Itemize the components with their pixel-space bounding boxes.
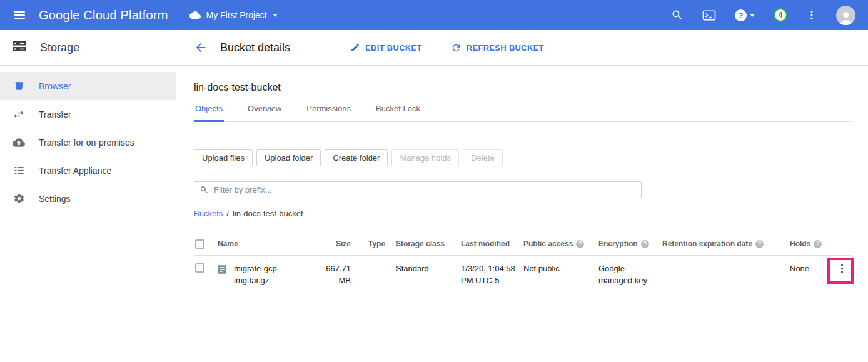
breadcrumb-buckets-link[interactable]: Buckets bbox=[194, 209, 223, 218]
row-size: 667.71 MB bbox=[321, 256, 358, 287]
project-selector[interactable]: My First Project bbox=[189, 9, 278, 21]
filter-box bbox=[194, 181, 642, 198]
main-column: Bucket details EDIT BUCKET REFRESH BUCKE… bbox=[176, 30, 868, 362]
header-checkbox-cell bbox=[194, 239, 216, 249]
breadcrumb-current: lin-docs-test-bucket bbox=[233, 209, 303, 218]
gear-icon bbox=[13, 193, 25, 205]
project-name: My First Project bbox=[206, 10, 267, 20]
row-checkbox-cell bbox=[194, 256, 216, 276]
sidebar-header: Storage bbox=[0, 30, 176, 66]
tab-objects[interactable]: Objects bbox=[194, 104, 224, 122]
menu-icon[interactable] bbox=[0, 0, 39, 30]
object-name-link[interactable]: migrate-gcp-img.tar.gz bbox=[234, 263, 313, 287]
sidebar-nav: Browser Transfer Transfer for on-premise… bbox=[0, 66, 176, 213]
help-icon[interactable] bbox=[576, 240, 584, 248]
tab-permissions[interactable]: Permissions bbox=[305, 104, 352, 122]
appliance-icon bbox=[13, 164, 25, 177]
select-all-checkbox[interactable] bbox=[195, 239, 204, 249]
page-header: Bucket details EDIT BUCKET REFRESH BUCKE… bbox=[176, 30, 868, 66]
table-row[interactable]: migrate-gcp-img.tar.gz 667.71 MB — Stand… bbox=[194, 256, 852, 309]
col-storage-class: Storage class bbox=[396, 239, 461, 249]
more-vert-icon[interactable] bbox=[806, 9, 817, 21]
row-encryption: Google-managed key bbox=[598, 256, 662, 287]
help-menu[interactable] bbox=[735, 9, 755, 21]
topbar: Google Cloud Platform My First Project 4 bbox=[0, 0, 868, 30]
avatar[interactable] bbox=[836, 6, 855, 25]
page-title: Bucket details bbox=[220, 41, 290, 54]
tab-overview[interactable]: Overview bbox=[246, 104, 283, 122]
tab-label: Bucket Lock bbox=[376, 104, 420, 113]
edit-bucket-label: EDIT BUCKET bbox=[365, 43, 422, 53]
row-retention-expiration-date: – bbox=[662, 256, 790, 275]
filter-input[interactable] bbox=[214, 185, 636, 194]
row-holds: None bbox=[790, 256, 830, 275]
col-size: Size bbox=[321, 239, 358, 249]
sidebar-title: Storage bbox=[40, 41, 79, 54]
sidebar-item-label: Transfer for on-premises bbox=[39, 138, 134, 148]
app-body: Storage Browser Transfer Transfer for on… bbox=[0, 30, 868, 362]
storage-product-icon bbox=[11, 38, 28, 58]
help-icon[interactable] bbox=[755, 240, 764, 248]
sidebar-item-label: Settings bbox=[39, 194, 71, 204]
search-icon bbox=[199, 185, 209, 194]
refresh-bucket-button[interactable]: REFRESH BUCKET bbox=[451, 43, 544, 53]
tab-label: Permissions bbox=[306, 104, 351, 113]
row-more-vert-icon[interactable] bbox=[835, 261, 849, 276]
create-folder-button[interactable]: Create folder bbox=[325, 149, 388, 166]
refresh-icon bbox=[451, 43, 462, 53]
tab-bar: Objects Overview Permissions Bucket Lock bbox=[194, 104, 852, 122]
file-icon bbox=[216, 264, 228, 275]
main-content: lin-docs-test-bucket Objects Overview Pe… bbox=[176, 66, 868, 362]
objects-table: Name Size Type Storage class Last modifi… bbox=[194, 233, 852, 309]
col-public-access: Public access bbox=[523, 239, 598, 249]
sidebar-item-transfer-appliance[interactable]: Transfer Appliance bbox=[0, 156, 176, 184]
tab-label: Overview bbox=[248, 104, 281, 113]
sidebar-item-settings[interactable]: Settings bbox=[0, 184, 176, 213]
bucket-icon bbox=[13, 80, 25, 93]
breadcrumb: Buckets / lin-docs-test-bucket bbox=[194, 209, 852, 218]
col-name: Name bbox=[216, 239, 321, 249]
swap-arrows-icon bbox=[13, 108, 25, 121]
help-icon[interactable] bbox=[814, 240, 822, 248]
row-last-modified: 1/3/20, 1:04:58 PM UTC-5 bbox=[461, 256, 523, 287]
edit-bucket-button[interactable]: EDIT BUCKET bbox=[350, 43, 422, 53]
sidebar: Storage Browser Transfer Transfer for on… bbox=[0, 30, 176, 362]
sidebar-item-browser[interactable]: Browser bbox=[0, 72, 176, 100]
object-actions: Upload files Upload folder Create folder… bbox=[194, 149, 852, 166]
topbar-actions: 4 bbox=[671, 6, 868, 25]
sidebar-item-transfer-on-premises[interactable]: Transfer for on-premises bbox=[0, 128, 176, 156]
sidebar-item-label: Transfer Appliance bbox=[39, 166, 111, 176]
tab-label: Objects bbox=[195, 104, 223, 113]
chevron-down-icon bbox=[750, 14, 755, 17]
bucket-name-heading: lin-docs-test-bucket bbox=[194, 82, 852, 93]
brand-title[interactable]: Google Cloud Platform bbox=[39, 8, 168, 23]
refresh-bucket-label: REFRESH BUCKET bbox=[467, 43, 544, 53]
row-type: — bbox=[358, 256, 396, 275]
upload-folder-button[interactable]: Upload folder bbox=[256, 149, 321, 166]
manage-holds-button: Manage holds bbox=[391, 149, 459, 166]
sidebar-item-transfer[interactable]: Transfer bbox=[0, 100, 176, 128]
upload-files-button[interactable]: Upload files bbox=[194, 149, 253, 166]
search-icon[interactable] bbox=[671, 9, 684, 21]
help-icon[interactable] bbox=[641, 240, 649, 248]
back-arrow-icon[interactable] bbox=[194, 41, 208, 54]
cloud-shell-icon[interactable] bbox=[702, 9, 716, 21]
row-menu-cell bbox=[830, 256, 852, 276]
pencil-icon bbox=[350, 43, 360, 53]
col-type: Type bbox=[358, 239, 396, 249]
col-retention-expiration-date: Retention expiration date bbox=[662, 239, 790, 249]
breadcrumb-separator: / bbox=[226, 209, 229, 218]
col-encryption: Encryption bbox=[598, 239, 662, 249]
row-storage-class: Standard bbox=[396, 256, 461, 275]
sidebar-item-label: Transfer bbox=[39, 109, 71, 119]
sidebar-item-label: Browser bbox=[39, 81, 71, 91]
notification-badge[interactable]: 4 bbox=[774, 8, 787, 22]
row-checkbox[interactable] bbox=[195, 263, 204, 273]
col-holds: Holds bbox=[790, 239, 830, 249]
help-icon bbox=[735, 9, 747, 21]
tab-bucket-lock[interactable]: Bucket Lock bbox=[375, 104, 421, 122]
row-public-access: Not public bbox=[523, 256, 598, 275]
col-last-modified: Last modified bbox=[461, 239, 523, 249]
delete-button: Delete bbox=[463, 149, 503, 166]
table-header-row: Name Size Type Storage class Last modifi… bbox=[194, 233, 852, 256]
